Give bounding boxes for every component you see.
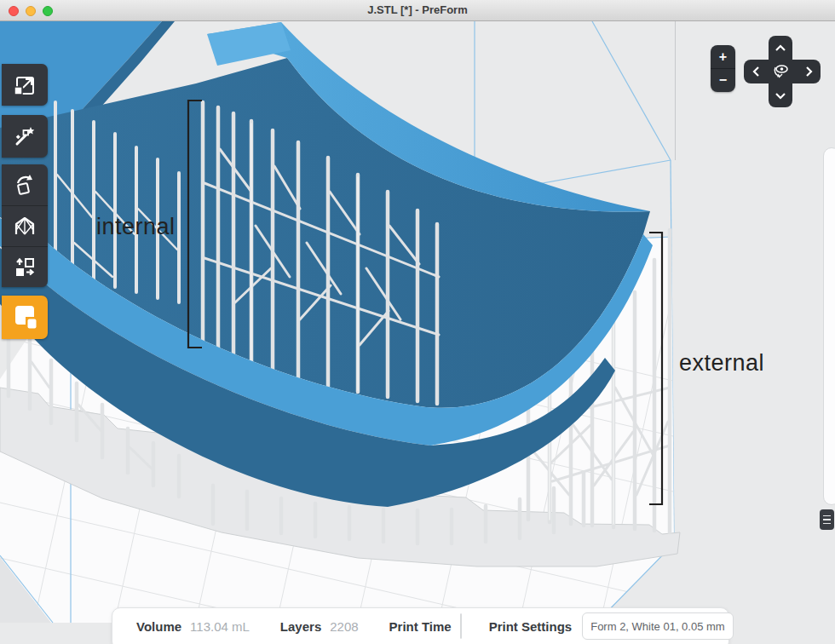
chevron-up-icon xyxy=(775,44,786,52)
one-click-print-button[interactable] xyxy=(2,115,48,158)
window-title: J.STL [*] - PreForm xyxy=(0,0,835,20)
pan-down-button[interactable] xyxy=(769,83,792,107)
title-bar: J.STL [*] - PreForm xyxy=(0,0,835,21)
print-settings-selector[interactable]: Form 2, White 01, 0.05 mm xyxy=(582,612,734,640)
print-time-value: -- xyxy=(461,614,462,638)
layout-tool-button[interactable] xyxy=(2,246,48,287)
rotate-icon xyxy=(14,174,36,196)
build-scene-canvas xyxy=(0,21,835,644)
pan-left-button[interactable] xyxy=(744,60,768,83)
internal-label: internal xyxy=(96,214,176,240)
print-time-control: -- xyxy=(460,613,462,639)
chevron-down-icon xyxy=(775,92,786,100)
tool-group xyxy=(2,164,48,287)
volume-value: 113.04 mL xyxy=(190,619,250,634)
pan-right-button[interactable] xyxy=(797,60,821,83)
supports-icon xyxy=(14,216,36,238)
zoom-out-button[interactable]: − xyxy=(711,68,735,91)
orbit-view-button[interactable] xyxy=(769,60,792,83)
chevron-right-icon xyxy=(805,66,813,78)
zoom-control: + − xyxy=(711,45,735,92)
chevron-left-icon xyxy=(752,66,760,78)
layer-slider-handle[interactable] xyxy=(820,509,834,530)
pan-up-button[interactable] xyxy=(769,36,792,60)
print-cartridge-icon xyxy=(8,301,42,335)
preform-window: { "window": { "title": "J.STL [*] - PreF… xyxy=(0,0,835,644)
orbit-eye-icon xyxy=(771,62,790,81)
scale-tool-button[interactable] xyxy=(2,64,48,106)
zoom-in-button[interactable]: + xyxy=(711,45,735,68)
view-dpad xyxy=(744,36,821,107)
layer-slider-track[interactable] xyxy=(823,147,835,505)
external-label: external xyxy=(679,350,764,377)
viewport-3d[interactable]: internal external xyxy=(0,21,835,644)
layers-value: 2208 xyxy=(330,619,358,634)
print-settings-label: Print Settings xyxy=(489,619,573,634)
supports-tool-button[interactable] xyxy=(2,205,48,246)
print-time-label: Print Time xyxy=(389,619,452,634)
layers-label: Layers xyxy=(280,619,321,634)
print-button[interactable] xyxy=(2,296,48,339)
magic-wand-icon xyxy=(14,125,36,147)
volume-label: Volume xyxy=(136,619,181,634)
status-bar: Volume 113.04 mL Layers 2208 Print Time … xyxy=(112,607,729,644)
arrange-icon xyxy=(14,256,36,279)
scale-icon xyxy=(14,74,36,96)
orient-tool-button[interactable] xyxy=(2,164,48,205)
